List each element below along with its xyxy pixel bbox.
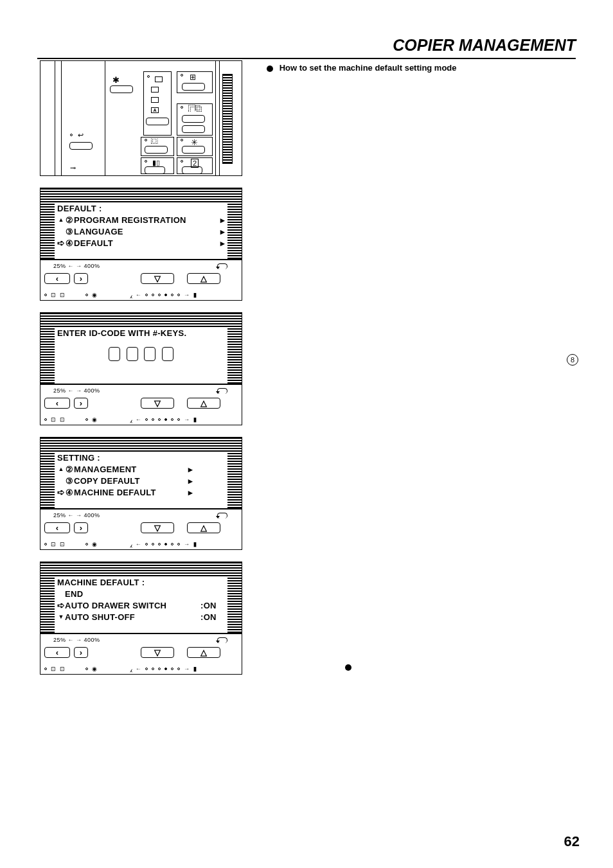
up-button[interactable]: △ <box>187 398 220 409</box>
item-label: PROGRAM REGISTRATION <box>74 215 217 225</box>
arrow-icon: ⊸ <box>70 164 76 172</box>
item-num: ③ <box>65 476 74 486</box>
indicator-row: ⊡⊡ ◉ ⁁← → ▮ <box>44 290 238 299</box>
zoom-in-button[interactable]: › <box>74 273 88 284</box>
panel-button[interactable] <box>145 166 165 174</box>
lcd-screen: SETTING : ▲ ② MANAGEMENT ▸ ③ COPY DEFAUL… <box>40 437 242 509</box>
loop-icon <box>216 637 227 644</box>
chevron-up-icon: △ <box>200 524 207 532</box>
led-icon <box>145 139 147 141</box>
zoom-label: 25% ← → 400% <box>53 512 100 518</box>
screen-icon <box>151 97 159 103</box>
loop-icon <box>216 512 227 520</box>
panel-button[interactable] <box>182 115 205 123</box>
panel-button[interactable] <box>182 125 205 133</box>
panel-button[interactable] <box>146 118 169 125</box>
panel-button[interactable] <box>69 142 93 150</box>
chevron-down-icon: ▽ <box>154 648 161 657</box>
down-button[interactable]: ▽ <box>141 522 174 533</box>
down-button[interactable]: ▽ <box>141 647 174 658</box>
led-icon <box>181 106 183 109</box>
scroll-down-icon: ▼ <box>57 614 65 620</box>
led-icon <box>145 160 147 163</box>
item-label: MANAGEMENT <box>74 465 185 474</box>
menu-item[interactable]: ▼ AUTO SHUT-OFF :ON <box>57 611 225 623</box>
down-button[interactable]: ▽ <box>141 398 174 409</box>
bullet-icon <box>345 664 351 671</box>
zoom-label: 25% ← → 400% <box>53 637 100 643</box>
menu-item-selected[interactable]: ➪ ④ MACHINE DEFAULT ▸ <box>57 486 225 498</box>
zoom-out-button[interactable]: ‹ <box>44 522 70 533</box>
item-num: ③ <box>65 227 74 236</box>
panel-button[interactable] <box>110 85 133 93</box>
submenu-icon: ▸ <box>217 227 225 236</box>
up-button[interactable]: △ <box>187 522 220 533</box>
selector-arrow-icon: ➪ <box>57 600 65 610</box>
lcd-group-default: DEFAULT : ▲ ② PROGRAM REGISTRATION ▸ ③ L… <box>40 188 242 301</box>
arrow-icon: ↩ <box>78 131 84 139</box>
digit-box <box>127 347 138 361</box>
panel-button[interactable] <box>145 146 168 154</box>
selector-arrow-icon: ➪ <box>57 238 65 248</box>
item-label: END <box>65 589 225 599</box>
menu-item[interactable]: ③ COPY DEFAULT ▸ <box>57 475 225 486</box>
up-button[interactable]: △ <box>187 273 220 284</box>
item-label: AUTO SHUT-OFF <box>65 612 200 622</box>
chevron-up-icon: △ <box>200 274 207 283</box>
lcd-group-machine-default: MACHINE DEFAULT : END ➪ AUTO DRAWER SWIT… <box>40 562 242 675</box>
lcd-title: MACHINE DEFAULT : <box>57 578 225 587</box>
item-label: MACHINE DEFAULT <box>74 488 185 497</box>
panel-button[interactable] <box>182 83 205 91</box>
id-code-entry[interactable] <box>57 347 225 363</box>
bullet-icon <box>267 66 273 72</box>
item-label: AUTO DRAWER SWITCH <box>65 601 200 610</box>
chevron-right-icon: › <box>80 399 82 407</box>
down-button[interactable]: ▽ <box>141 273 174 284</box>
panel-button[interactable] <box>182 166 202 174</box>
led-icon <box>147 75 150 78</box>
menu-item[interactable]: ③ LANGUAGE ▸ <box>57 226 225 237</box>
menu-item[interactable]: END <box>57 588 225 599</box>
sort-icon: ⿸⿻ <box>188 105 202 112</box>
submenu-icon: ▸ <box>185 476 193 486</box>
indicator-row: ⊡⊡ ◉ ⁁← → ▮ <box>44 664 238 673</box>
zoom-label: 25% ← → 400% <box>53 387 100 394</box>
star-icon: ✱ <box>112 75 120 85</box>
led-icon <box>70 134 73 136</box>
menu-item[interactable]: ▲ ② PROGRAM REGISTRATION ▸ <box>57 214 225 226</box>
page-title: COPIER MANAGEMENT <box>37 36 576 59</box>
indicator-row: ⊡⊡ ◉ ⁁← → ▮ <box>44 540 238 549</box>
chevron-left-icon: ‹ <box>56 399 58 407</box>
item-num: ④ <box>65 238 74 248</box>
panel-button[interactable] <box>182 146 205 154</box>
chevron-down-icon: ▽ <box>154 524 161 532</box>
chevron-left-icon: ‹ <box>56 274 58 283</box>
zoom-in-button[interactable]: › <box>74 647 88 658</box>
zoom-out-button[interactable]: ‹ <box>44 398 70 409</box>
chevron-right-icon: › <box>80 524 82 532</box>
zoom-in-button[interactable]: › <box>74 522 88 533</box>
loop-icon <box>216 387 227 395</box>
menu-item-selected[interactable]: ➪ AUTO DRAWER SWITCH :ON <box>57 599 225 611</box>
nav-panel: 25% ← → 400% ‹ › ▽ △ ⊡⊡ ◉ ⁁← → ▮ <box>40 384 242 425</box>
led-icon <box>181 74 183 76</box>
section-heading: How to set the machine default setting m… <box>267 63 457 73</box>
step-marker: 8 <box>567 354 578 366</box>
submenu-icon: ▸ <box>217 238 225 248</box>
zoom-out-button[interactable]: ‹ <box>44 647 70 658</box>
up-button[interactable]: △ <box>187 647 220 658</box>
chevron-up-icon: △ <box>200 648 207 657</box>
menu-item[interactable]: ▲ ② MANAGEMENT ▸ <box>57 463 225 475</box>
lcd-group-setting: SETTING : ▲ ② MANAGEMENT ▸ ③ COPY DEFAUL… <box>40 437 242 550</box>
page-number: 62 <box>564 833 580 850</box>
screen-icon <box>151 87 159 93</box>
zoom-out-button[interactable]: ‹ <box>44 273 70 284</box>
scroll-up-icon: ▲ <box>57 466 65 472</box>
zoom-in-button[interactable]: › <box>74 398 88 409</box>
lcd-screen: MACHINE DEFAULT : END ➪ AUTO DRAWER SWIT… <box>40 562 242 633</box>
submenu-icon: ▸ <box>185 465 193 474</box>
led-icon <box>181 160 183 163</box>
lcd-title: SETTING : <box>57 453 225 463</box>
menu-item-selected[interactable]: ➪ ④ DEFAULT ▸ <box>57 237 225 249</box>
digit-box <box>162 347 173 361</box>
